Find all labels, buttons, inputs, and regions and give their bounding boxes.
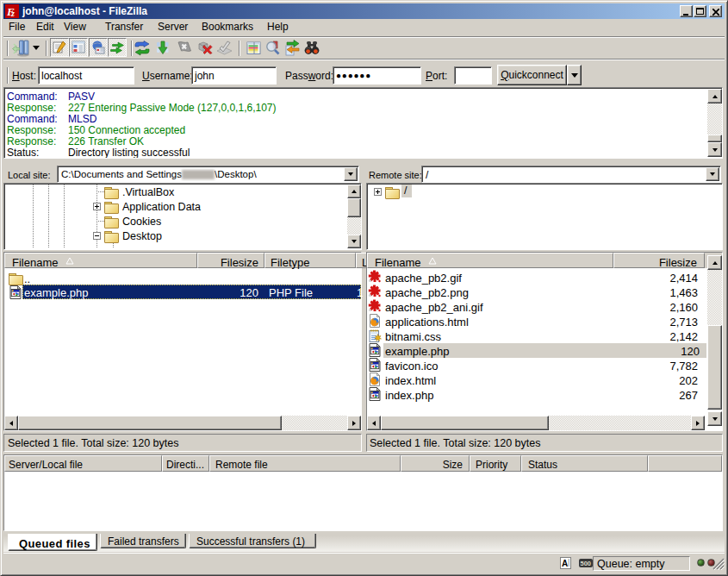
svg-text:z: z	[10, 9, 15, 18]
